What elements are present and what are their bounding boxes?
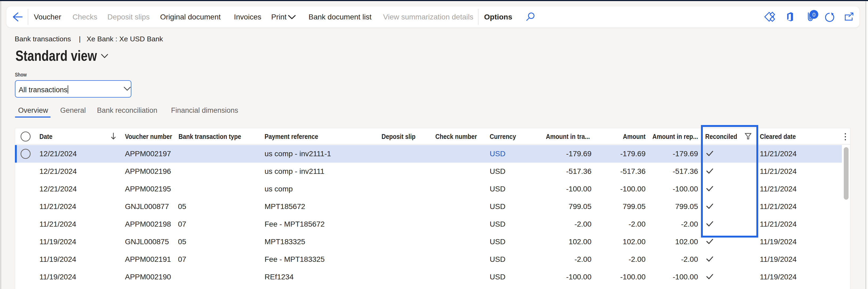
- svg-text:0: 0: [812, 11, 815, 18]
